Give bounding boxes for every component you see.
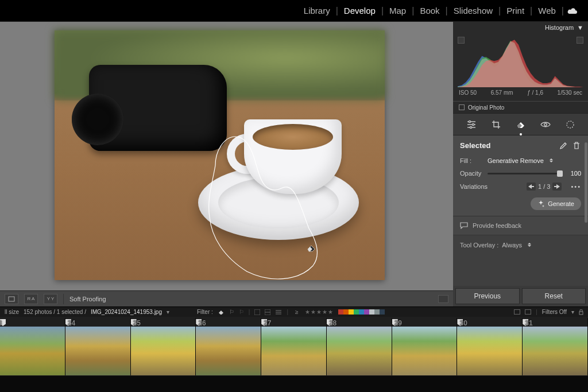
histogram-iso: ISO 50 [459,90,477,96]
thumb-index: 24 [68,319,75,327]
histogram-chart [458,37,583,87]
filter-misc-icon[interactable] [254,309,260,315]
color-swatch[interactable] [359,309,364,315]
rating-gte-icon[interactable]: ≥ [295,309,299,315]
overlay-value[interactable]: Always [502,242,522,249]
opacity-slider[interactable] [488,173,563,174]
module-book[interactable]: Book [414,6,445,15]
panel-title: Selected [460,141,490,150]
heal-tool-icon[interactable] [514,119,527,130]
filter-sliders-icon[interactable] [275,309,282,315]
filmstrip-thumb[interactable]: 31 [523,318,588,375]
crop-tool-icon[interactable] [490,119,502,130]
color-swatch[interactable] [380,309,385,315]
filmstrip-thumb[interactable]: 27 [261,318,327,375]
before-after-yy-button[interactable]: Y Y [44,294,57,304]
more-icon[interactable]: ••• [571,183,581,190]
thumb-image [131,327,196,375]
reset-button[interactable]: Reset [522,288,586,304]
color-swatch[interactable] [338,309,343,315]
module-develop[interactable]: Develop [338,6,381,15]
soft-proofing-label[interactable]: Soft Proofing [69,296,106,302]
filmstrip-thumb[interactable]: 25 [131,318,196,375]
rating-filter[interactable]: ★★★★★ [305,309,334,315]
thumb-image [0,327,65,375]
variations-label: Variations [460,183,488,190]
compare-view-icon[interactable] [525,309,531,315]
thumb-image [457,327,522,375]
clip-shadows-icon[interactable] [458,37,465,44]
brush-icon[interactable] [559,142,567,150]
module-library[interactable]: Library [298,6,336,15]
svg-rect-8 [9,297,14,301]
before-after-ra-button[interactable]: R A [24,294,38,304]
svg-point-7 [567,121,574,128]
photo-subject-cup [215,119,347,211]
filter-lock-icon[interactable] [579,309,583,315]
dropdown-icon[interactable] [550,157,553,164]
filter-flag-icon[interactable]: ⚐ [229,309,234,315]
filter-flag-reject-icon[interactable]: ⚐ [239,309,244,315]
color-swatch[interactable] [364,309,369,315]
filmstrip-thumb[interactable]: 26 [196,318,261,375]
filmstrip-thumb[interactable]: 30 [457,318,523,375]
histogram-header[interactable]: Histogram ▼ [453,22,588,33]
preview-area[interactable] [0,22,453,306]
previous-button[interactable]: Previous [455,288,520,304]
variation-prev-icon[interactable] [527,183,536,191]
filmstrip-thumb[interactable]: 23 [0,318,65,375]
feedback-row[interactable]: Provide feedback [453,216,588,235]
color-swatch[interactable] [374,309,380,315]
thumb-image [196,327,261,375]
tool-overlay-row[interactable]: Tool Overlay : Always [453,235,588,254]
dropdown-icon[interactable] [528,241,531,249]
color-swatch[interactable] [343,309,349,315]
thumb-image [392,327,457,375]
color-swatch[interactable] [349,309,354,315]
original-photo-toggle[interactable]: Original Photo [453,101,588,114]
module-slideshow[interactable]: Slideshow [448,6,498,15]
color-swatch[interactable] [369,309,374,315]
module-print[interactable]: Print [501,6,530,15]
trash-icon[interactable] [573,142,581,150]
selected-panel: Selected Fill : Generative Remove Opacit… [453,135,588,216]
fill-row[interactable]: Fill : Generative Remove [460,157,581,164]
current-filename[interactable]: IMG_20241024_141953.jpg [91,309,162,315]
variation-next-icon[interactable] [552,183,562,191]
filmstrip-thumb[interactable]: 24 [65,318,131,375]
histogram-aperture: ƒ / 1,6 [527,90,543,96]
redeye-tool-icon[interactable] [539,119,552,130]
clip-highlights-icon[interactable] [577,37,583,44]
thumb-image [523,327,587,375]
fill-value[interactable]: Generative Remove [488,157,544,164]
tool-strip [453,114,588,135]
feedback-label: Provide feedback [473,222,521,229]
color-swatch[interactable] [354,309,359,315]
filmstrip[interactable]: 232425262728293031 [0,317,588,376]
photo-canvas[interactable] [55,30,385,280]
filmstrip-thumb[interactable]: 28 [327,318,392,375]
loupe-view-icon[interactable] [5,294,18,304]
mask-tool-icon[interactable] [564,119,577,130]
edit-sliders-tool-icon[interactable] [465,119,478,130]
generate-button[interactable]: Generate [531,197,581,210]
slider-thumb[interactable] [557,170,563,177]
panel-footer-buttons: Previous Reset [453,286,588,306]
checkbox-icon[interactable] [459,104,465,110]
filter-heal-icon[interactable] [218,309,225,315]
toolbar-expand-icon[interactable] [438,295,448,303]
collapse-icon[interactable]: ▼ [577,24,583,31]
grid-view-icon[interactable] [514,309,520,315]
module-web[interactable]: Web [532,6,562,15]
filters-off-label[interactable]: Filters Off [542,309,567,315]
thumb-index: 28 [329,319,336,327]
color-label-filter[interactable] [338,309,385,315]
panel-scrollbar[interactable] [585,142,587,223]
svg-point-3 [469,121,470,122]
filmstrip-thumb[interactable]: 29 [392,318,458,375]
module-map[interactable]: Map [384,6,412,15]
cloud-sync-icon[interactable] [567,7,578,14]
opacity-value[interactable]: 100 [566,170,581,177]
histogram[interactable]: ISO 50 6.57 mm ƒ / 1,6 1/530 sec [453,33,588,101]
filter-misc2-icon[interactable] [265,309,270,315]
